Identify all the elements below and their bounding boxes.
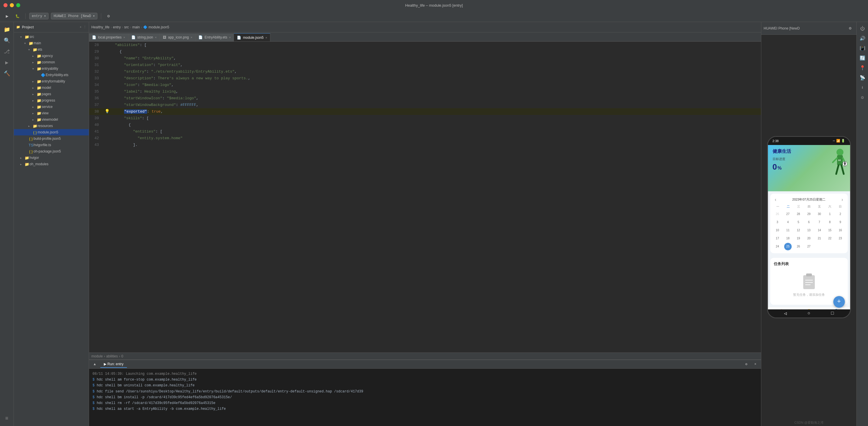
cal-day[interactable]: 22: [826, 235, 834, 242]
tree-item-build-profile[interactable]: { } build-profile.json5: [14, 136, 89, 142]
search-icon-btn[interactable]: 🔍: [2, 35, 12, 46]
device-config-dropdown[interactable]: ▾: [93, 14, 95, 18]
tree-item-viewmodel[interactable]: ▸ 📁 viewmodel: [14, 116, 89, 123]
project-icon-btn[interactable]: 📁: [2, 24, 12, 35]
editor-content[interactable]: 28 "abilities": [ 29 { 30: [89, 42, 761, 352]
cal-day[interactable]: 12: [795, 227, 802, 234]
sidebar-content[interactable]: ▾ 📁 src ▾ 📁 main ▾ 📁 ets ▸ 📁 agency ▸: [14, 32, 89, 426]
tab-module-json[interactable]: 📄 module.json5 ×: [234, 33, 270, 41]
cal-day[interactable]: 16: [836, 227, 844, 234]
phone-fab[interactable]: +: [833, 296, 845, 308]
cal-day[interactable]: 13: [805, 227, 812, 234]
terminal-up-btn[interactable]: ▲: [91, 361, 98, 368]
terminal-tab-run[interactable]: ▶ Run: entry: [100, 361, 127, 368]
tree-item-entryformability[interactable]: ▸ 📁 entryformability: [14, 78, 89, 85]
tree-item-oh-package[interactable]: { } oh-package.json5: [14, 148, 89, 154]
cal-day[interactable]: 5: [795, 219, 802, 226]
cal-day[interactable]: 7: [816, 219, 823, 226]
tree-item-src[interactable]: ▾ 📁 src: [14, 34, 89, 40]
cal-day[interactable]: 26: [795, 243, 802, 250]
right-icon-location[interactable]: 📍: [858, 64, 867, 73]
tab-close-icon[interactable]: ×: [266, 36, 267, 39]
structure-icon-btn[interactable]: ≡: [2, 413, 12, 424]
right-icon-wifi[interactable]: 📡: [858, 74, 867, 82]
tree-item-entryability-file[interactable]: 🔷 EntryAbility.ets: [14, 72, 89, 78]
cal-day[interactable]: 28: [795, 210, 802, 218]
breadcrumb-item-project[interactable]: Healthy_life: [91, 25, 110, 29]
tree-item-pages[interactable]: ▸ 📁 pages: [14, 91, 89, 97]
tree-item-hvigorfile[interactable]: TS hvigorfile.ts: [14, 142, 89, 148]
tab-local-properties[interactable]: 📄 local.properties ×: [89, 33, 128, 41]
settings-toolbar-btn[interactable]: ⚙: [105, 13, 113, 19]
home-btn[interactable]: ○: [808, 311, 810, 316]
cal-day-today[interactable]: 25: [784, 243, 792, 250]
maximize-button[interactable]: [16, 3, 20, 7]
build-icon-btn[interactable]: 🔨: [2, 68, 12, 79]
recent-btn[interactable]: □: [831, 311, 834, 316]
right-icon-vibrate[interactable]: 📳: [858, 44, 867, 53]
toolbar-run-btn[interactable]: ▶: [3, 13, 11, 19]
cal-day[interactable]: 9: [836, 219, 844, 226]
terminal-close-btn[interactable]: ×: [752, 361, 759, 368]
toolbar-debug-btn[interactable]: 🐛: [13, 13, 22, 19]
tab-close-icon[interactable]: ×: [155, 36, 157, 39]
cal-day[interactable]: 24: [774, 243, 781, 250]
cal-day[interactable]: 27: [805, 243, 812, 250]
cal-day[interactable]: 26: [774, 210, 781, 218]
cal-day[interactable]: 18: [784, 235, 792, 242]
tree-item-view[interactable]: ▸ 📁 view: [14, 110, 89, 116]
tree-item-main[interactable]: ▾ 📁 main: [14, 40, 89, 46]
tab-entry-ability[interactable]: 📄 EntryAbility.ets ×: [195, 33, 234, 41]
minimize-button[interactable]: [10, 3, 14, 7]
calendar-next-icon[interactable]: ›: [841, 197, 843, 202]
close-button[interactable]: [3, 3, 7, 7]
cal-day[interactable]: 14: [816, 227, 823, 234]
cal-day[interactable]: 19: [795, 235, 802, 242]
tab-close-icon[interactable]: ×: [190, 36, 192, 39]
tree-item-oh-modules[interactable]: ▸ 📁 oh_modules: [14, 161, 89, 167]
right-icon-nfc[interactable]: ⬇: [858, 83, 867, 92]
cal-day[interactable]: 21: [816, 235, 823, 242]
cal-day[interactable]: 1: [826, 210, 834, 218]
tab-app-icon[interactable]: 🖼 app_icon.png ×: [160, 33, 196, 41]
sidebar-add-icon[interactable]: +: [80, 26, 82, 29]
right-icon-volume[interactable]: 🔊: [858, 34, 867, 43]
cal-day[interactable]: 30: [816, 210, 823, 218]
right-icon-settings[interactable]: ⚙: [858, 93, 867, 102]
window-controls[interactable]: [3, 3, 20, 7]
cal-day[interactable]: 17: [774, 235, 781, 242]
tree-item-agency[interactable]: ▸ 📁 agency: [14, 53, 89, 59]
cal-day[interactable]: 23: [836, 235, 844, 242]
tree-item-hvigor[interactable]: ▸ 📁 hvigor: [14, 154, 89, 161]
breadcrumb-item-main[interactable]: main: [132, 25, 140, 29]
tree-item-progress[interactable]: ▸ 📁 progress: [14, 97, 89, 104]
cal-day[interactable]: 8: [826, 219, 834, 226]
cal-day[interactable]: 3: [774, 219, 781, 226]
tree-item-model[interactable]: ▸ 📁 model: [14, 85, 89, 91]
sidebar-settings-icon[interactable]: ⋮: [83, 25, 87, 29]
back-btn[interactable]: ◁: [784, 311, 787, 316]
calendar-prev-icon[interactable]: ‹: [775, 197, 776, 202]
cal-day[interactable]: 27: [784, 210, 792, 218]
cal-day[interactable]: 11: [784, 227, 792, 234]
breadcrumb-item-src[interactable]: src: [124, 25, 129, 29]
right-icon-power[interactable]: ⏻: [858, 24, 867, 33]
run-config[interactable]: entry ▾: [29, 13, 49, 19]
cal-day[interactable]: 2: [836, 210, 844, 218]
cal-day[interactable]: 10: [774, 227, 781, 234]
tree-item-module-json[interactable]: { } module.json5: [14, 129, 89, 136]
tree-item-resources[interactable]: ▸ 📁 resources: [14, 123, 89, 129]
tab-close-icon[interactable]: ×: [229, 36, 231, 39]
breadcrumb-item-entry[interactable]: entry: [113, 25, 121, 29]
phone-settings-btn[interactable]: ⚙: [846, 25, 854, 32]
run-config-dropdown[interactable]: ▾: [44, 14, 46, 18]
device-config[interactable]: HUAWEI Phone [NewD ▾: [51, 13, 97, 19]
tree-item-entryability[interactable]: ▾ 📁 entryability: [14, 65, 89, 72]
right-icon-rotate[interactable]: 🔄: [858, 54, 867, 62]
cal-day[interactable]: 15: [826, 227, 834, 234]
tab-close-icon[interactable]: ×: [123, 36, 125, 39]
terminal-settings-btn[interactable]: ⚙: [743, 361, 750, 368]
breadcrumb-item-file[interactable]: 🔷 module.json5: [143, 25, 169, 29]
cal-day[interactable]: 20: [805, 235, 812, 242]
cal-day[interactable]: 6: [805, 219, 812, 226]
